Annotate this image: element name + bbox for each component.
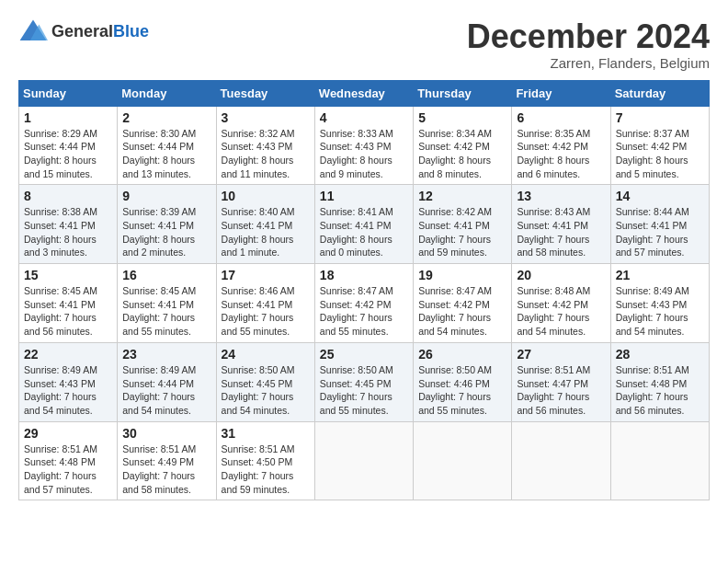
calendar-cell: 20Sunrise: 8:48 AM Sunset: 4:42 PM Dayli… (512, 264, 610, 343)
day-number: 26 (418, 347, 506, 362)
day-number: 19 (418, 268, 506, 282)
day-info: Sunrise: 8:46 AM Sunset: 4:41 PM Dayligh… (222, 284, 310, 339)
day-number: 20 (517, 268, 605, 282)
calendar-cell: 22Sunrise: 8:49 AM Sunset: 4:43 PM Dayli… (19, 342, 118, 421)
day-info: Sunrise: 8:33 AM Sunset: 4:43 PM Dayligh… (320, 127, 408, 181)
calendar-week-row: 22Sunrise: 8:49 AM Sunset: 4:43 PM Dayli… (19, 342, 710, 421)
calendar-cell: 16Sunrise: 8:45 AM Sunset: 4:41 PM Dayli… (118, 264, 216, 343)
column-header-tuesday: Tuesday (216, 80, 314, 106)
day-info: Sunrise: 8:44 AM Sunset: 4:41 PM Dayligh… (616, 205, 704, 259)
calendar-cell (610, 421, 709, 500)
calendar-cell (414, 421, 512, 500)
day-number: 5 (418, 110, 506, 125)
calendar-cell: 7Sunrise: 8:37 AM Sunset: 4:42 PM Daylig… (610, 106, 709, 185)
day-info: Sunrise: 8:45 AM Sunset: 4:41 PM Dayligh… (24, 284, 112, 339)
day-number: 10 (222, 189, 310, 203)
day-info: Sunrise: 8:35 AM Sunset: 4:42 PM Dayligh… (517, 127, 605, 181)
day-number: 21 (616, 268, 704, 282)
logo-blue: Blue (113, 22, 149, 40)
calendar-table: SundayMondayTuesdayWednesdayThursdayFrid… (18, 80, 710, 501)
day-number: 11 (320, 189, 408, 203)
day-info: Sunrise: 8:47 AM Sunset: 4:42 PM Dayligh… (320, 284, 408, 339)
calendar-cell: 19Sunrise: 8:47 AM Sunset: 4:42 PM Dayli… (414, 264, 512, 343)
calendar-cell: 4Sunrise: 8:33 AM Sunset: 4:43 PM Daylig… (314, 106, 413, 185)
day-info: Sunrise: 8:41 AM Sunset: 4:41 PM Dayligh… (320, 205, 408, 259)
calendar-week-row: 15Sunrise: 8:45 AM Sunset: 4:41 PM Dayli… (19, 264, 710, 343)
day-number: 2 (122, 110, 210, 125)
calendar-cell: 18Sunrise: 8:47 AM Sunset: 4:42 PM Dayli… (314, 264, 413, 343)
column-header-saturday: Saturday (610, 80, 709, 106)
day-info: Sunrise: 8:51 AM Sunset: 4:50 PM Dayligh… (222, 442, 310, 497)
day-info: Sunrise: 8:49 AM Sunset: 4:43 PM Dayligh… (24, 363, 112, 418)
day-info: Sunrise: 8:45 AM Sunset: 4:41 PM Dayligh… (122, 284, 210, 339)
day-info: Sunrise: 8:39 AM Sunset: 4:41 PM Dayligh… (122, 205, 210, 259)
day-number: 25 (320, 347, 408, 362)
day-info: Sunrise: 8:51 AM Sunset: 4:49 PM Dayligh… (122, 442, 210, 497)
column-header-thursday: Thursday (414, 80, 512, 106)
calendar-cell: 6Sunrise: 8:35 AM Sunset: 4:42 PM Daylig… (512, 106, 610, 185)
calendar-week-row: 29Sunrise: 8:51 AM Sunset: 4:48 PM Dayli… (19, 421, 710, 500)
column-header-friday: Friday (512, 80, 610, 106)
day-number: 31 (222, 426, 310, 441)
day-number: 23 (122, 347, 210, 362)
day-info: Sunrise: 8:50 AM Sunset: 4:46 PM Dayligh… (418, 363, 506, 418)
day-info: Sunrise: 8:29 AM Sunset: 4:44 PM Dayligh… (24, 127, 112, 181)
title-area: December 2024 Zarren, Flanders, Belgium (467, 18, 710, 71)
calendar-cell: 17Sunrise: 8:46 AM Sunset: 4:41 PM Dayli… (216, 264, 314, 343)
calendar-cell: 1Sunrise: 8:29 AM Sunset: 4:44 PM Daylig… (19, 106, 118, 185)
day-number: 15 (24, 268, 112, 282)
day-info: Sunrise: 8:48 AM Sunset: 4:42 PM Dayligh… (517, 284, 605, 339)
day-info: Sunrise: 8:43 AM Sunset: 4:41 PM Dayligh… (517, 205, 605, 259)
day-number: 1 (24, 110, 112, 125)
calendar-cell (512, 421, 610, 500)
calendar-cell: 5Sunrise: 8:34 AM Sunset: 4:42 PM Daylig… (414, 106, 512, 185)
calendar-cell: 26Sunrise: 8:50 AM Sunset: 4:46 PM Dayli… (414, 342, 512, 421)
calendar-cell: 21Sunrise: 8:49 AM Sunset: 4:43 PM Dayli… (610, 264, 709, 343)
calendar-week-row: 1Sunrise: 8:29 AM Sunset: 4:44 PM Daylig… (19, 106, 710, 185)
calendar-cell: 2Sunrise: 8:30 AM Sunset: 4:44 PM Daylig… (118, 106, 216, 185)
calendar-week-row: 8Sunrise: 8:38 AM Sunset: 4:41 PM Daylig… (19, 185, 710, 264)
day-info: Sunrise: 8:49 AM Sunset: 4:43 PM Dayligh… (616, 284, 704, 339)
location-subtitle: Zarren, Flanders, Belgium (467, 55, 710, 71)
calendar-cell: 23Sunrise: 8:49 AM Sunset: 4:44 PM Dayli… (118, 342, 216, 421)
day-number: 24 (222, 347, 310, 362)
day-info: Sunrise: 8:51 AM Sunset: 4:48 PM Dayligh… (24, 442, 112, 497)
day-info: Sunrise: 8:50 AM Sunset: 4:45 PM Dayligh… (320, 363, 408, 418)
day-number: 6 (517, 110, 605, 125)
day-number: 3 (222, 110, 310, 125)
column-header-wednesday: Wednesday (314, 80, 413, 106)
calendar-cell: 3Sunrise: 8:32 AM Sunset: 4:43 PM Daylig… (216, 106, 314, 185)
logo: GeneralBlue (18, 18, 149, 44)
calendar-cell: 24Sunrise: 8:50 AM Sunset: 4:45 PM Dayli… (216, 342, 314, 421)
logo-icon (18, 18, 48, 44)
calendar-cell: 25Sunrise: 8:50 AM Sunset: 4:45 PM Dayli… (314, 342, 413, 421)
day-number: 30 (122, 426, 210, 441)
calendar-header-row: SundayMondayTuesdayWednesdayThursdayFrid… (19, 80, 710, 106)
calendar-cell: 27Sunrise: 8:51 AM Sunset: 4:47 PM Dayli… (512, 342, 610, 421)
day-info: Sunrise: 8:40 AM Sunset: 4:41 PM Dayligh… (222, 205, 310, 259)
day-info: Sunrise: 8:47 AM Sunset: 4:42 PM Dayligh… (418, 284, 506, 339)
calendar-cell: 13Sunrise: 8:43 AM Sunset: 4:41 PM Dayli… (512, 185, 610, 264)
day-info: Sunrise: 8:42 AM Sunset: 4:41 PM Dayligh… (418, 205, 506, 259)
day-number: 9 (122, 189, 210, 203)
day-number: 27 (517, 347, 605, 362)
day-info: Sunrise: 8:34 AM Sunset: 4:42 PM Dayligh… (418, 127, 506, 181)
month-year-title: December 2024 (467, 18, 710, 55)
day-info: Sunrise: 8:50 AM Sunset: 4:45 PM Dayligh… (222, 363, 310, 418)
day-number: 28 (616, 347, 704, 362)
day-number: 14 (616, 189, 704, 203)
day-info: Sunrise: 8:38 AM Sunset: 4:41 PM Dayligh… (24, 205, 112, 259)
calendar-cell: 29Sunrise: 8:51 AM Sunset: 4:48 PM Dayli… (19, 421, 118, 500)
day-info: Sunrise: 8:30 AM Sunset: 4:44 PM Dayligh… (122, 127, 210, 181)
day-number: 7 (616, 110, 704, 125)
calendar-cell: 8Sunrise: 8:38 AM Sunset: 4:41 PM Daylig… (19, 185, 118, 264)
day-number: 18 (320, 268, 408, 282)
day-number: 8 (24, 189, 112, 203)
day-info: Sunrise: 8:49 AM Sunset: 4:44 PM Dayligh… (122, 363, 210, 418)
day-number: 4 (320, 110, 408, 125)
day-info: Sunrise: 8:37 AM Sunset: 4:42 PM Dayligh… (616, 127, 704, 181)
calendar-cell: 31Sunrise: 8:51 AM Sunset: 4:50 PM Dayli… (216, 421, 314, 500)
calendar-cell: 9Sunrise: 8:39 AM Sunset: 4:41 PM Daylig… (118, 185, 216, 264)
calendar-cell: 30Sunrise: 8:51 AM Sunset: 4:49 PM Dayli… (118, 421, 216, 500)
day-number: 12 (418, 189, 506, 203)
